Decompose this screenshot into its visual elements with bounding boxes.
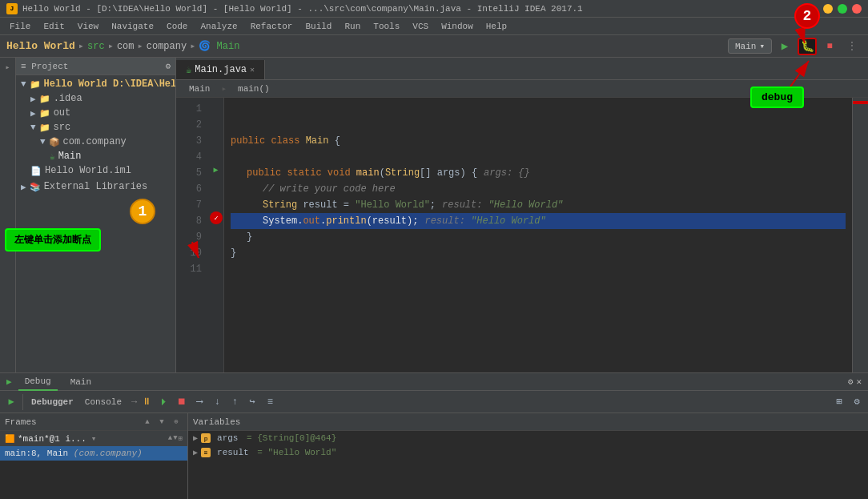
expand-icon: ▶ <box>30 94 36 104</box>
var-args[interactable]: ▶ p args = {String[0]@464} <box>188 431 868 445</box>
run-configuration[interactable]: Main ▾ <box>728 38 772 54</box>
main-tab[interactable]: Main <box>64 373 98 391</box>
run-to-cursor[interactable]: ↪ <box>244 394 260 410</box>
frames-up[interactable]: ▲ <box>141 416 154 429</box>
step-over2[interactable]: ⟶ <box>191 394 207 410</box>
run-button[interactable]: ▶ <box>775 38 794 55</box>
tree-item-main[interactable]: ☕ Main <box>18 149 174 163</box>
frame-main-label: main:8, Main (com.company) <box>5 449 143 458</box>
debug-button[interactable]: 🐛 <box>798 38 817 55</box>
maximize-button[interactable] <box>838 4 847 14</box>
error-indicator[interactable] <box>853 101 868 104</box>
frames-down[interactable]: ▼ <box>155 416 168 429</box>
menu-item-file[interactable]: File <box>3 20 37 33</box>
breakpoint-marker[interactable]: ✓ <box>210 211 223 224</box>
minimize-button[interactable] <box>823 4 833 14</box>
tree-item-ext-libs[interactable]: ▶ 📚 External Libraries <box>18 179 174 194</box>
variables-panel: Variables ▶ p args = {String[0]@464} ▶ ≡… <box>188 413 868 499</box>
tab-main-java[interactable]: ☕ Main.java ✕ <box>176 60 265 79</box>
step-out[interactable]: ↑ <box>227 394 243 410</box>
menu-item-refactor[interactable]: Refactor <box>244 20 299 33</box>
menu-item-analyze[interactable]: Analyze <box>194 20 243 33</box>
file-icon: 📄 <box>30 166 42 176</box>
expand-icon: ▼ <box>21 79 26 89</box>
java-tab-icon: ☕ <box>186 64 191 76</box>
more-run-options[interactable]: ⋮ <box>842 38 862 55</box>
stop-button[interactable]: ■ <box>820 38 839 55</box>
frame-label: *main*@1 i... <box>18 434 86 444</box>
frames-filter[interactable]: ⊕ <box>170 416 183 429</box>
expand-icon[interactable]: ▸ <box>2 61 14 74</box>
code-line-9: } <box>231 229 846 245</box>
debug-tab[interactable]: Debug <box>18 373 58 391</box>
gutter: ▶ ✓ <box>208 98 224 372</box>
code-line-7: String result = "Hello World"; result: "… <box>231 197 846 213</box>
console-tab[interactable]: Console <box>80 394 127 410</box>
tree-label: Hello World D:\IDEA\Hell <box>44 78 175 90</box>
frame-copy-btn[interactable]: ⊞ <box>179 434 183 443</box>
expand-icon: ▶ <box>21 182 26 192</box>
folder-icon: 📁 <box>39 123 50 133</box>
pause-btn[interactable]: ⏸ <box>139 394 155 410</box>
tree-label: External Libraries <box>44 181 148 192</box>
var-name-result: result <box>217 448 249 457</box>
step-over-btn[interactable]: ▶ <box>3 394 19 410</box>
frame-item-main[interactable]: main:8, Main (com.company) <box>0 446 187 461</box>
menu-item-edit[interactable]: Edit <box>37 20 70 33</box>
window-controls <box>823 4 862 14</box>
tree-item-out[interactable]: ▶ 📁 out <box>18 106 174 120</box>
var-result[interactable]: ▶ ≡ result = "Hello World" <box>188 445 868 460</box>
tab-close-button[interactable]: ✕ <box>250 65 255 74</box>
step-into[interactable]: ↓ <box>209 394 225 410</box>
debug-settings-icon[interactable]: ⚙ <box>848 376 854 387</box>
frame-dropdown[interactable]: ▾ <box>91 433 97 444</box>
code-editor[interactable]: 1 2 3 4 5 6 7 8 9 10 11 <box>176 98 868 372</box>
project-settings-icon[interactable]: ⚙ <box>165 61 171 71</box>
frames-list: 🟧 *main*@1 i... ▾ ▲ ▼ ⊞ main:8, Main (co… <box>0 431 187 499</box>
expand-icon: ▼ <box>40 137 46 147</box>
close-button[interactable] <box>852 4 862 14</box>
debug-settings2[interactable]: ⚙ <box>849 394 865 410</box>
tree-item-idea[interactable]: ▶ 📁 .idea <box>18 91 174 106</box>
menu-item-vcs[interactable]: VCS <box>406 20 435 33</box>
tree-item-iml[interactable]: 📄 Hello World.iml <box>18 163 174 178</box>
menu-item-view[interactable]: View <box>71 20 105 33</box>
breadcrumb-main: Main <box>183 83 216 95</box>
frame-up-btn[interactable]: ▲ <box>168 434 172 443</box>
bc-src: src <box>87 41 105 52</box>
frame-icon: 🟧 <box>5 434 14 444</box>
evaluate[interactable]: ≡ <box>262 394 278 410</box>
frame-item[interactable]: 🟧 *main*@1 i... ▾ ▲ ▼ ⊞ <box>0 431 187 446</box>
menu-item-help[interactable]: Help <box>480 20 513 33</box>
breadcrumb: ▸ src ▸ com ▸ company ▸ 🌀 Main <box>78 40 240 52</box>
tab-name: Main.java <box>195 64 247 75</box>
frame-down-btn[interactable]: ▼ <box>173 434 177 443</box>
project-tree: ▼ 📁 Hello World D:\IDEA\Hell ▶ 📁 .idea ▶… <box>16 75 175 372</box>
menu-item-window[interactable]: Window <box>435 20 480 33</box>
app-icon: J <box>6 3 18 14</box>
tree-label: com.company <box>63 136 127 147</box>
run-indicator-5: ▶ <box>213 165 218 175</box>
line-numbers: 1 2 3 4 5 6 7 8 9 10 11 <box>176 98 208 372</box>
stop-btn[interactable]: ⏹ <box>174 394 190 410</box>
tree-label: .idea <box>54 93 82 104</box>
menu-item-build[interactable]: Build <box>299 20 338 33</box>
tree-item-com-company[interactable]: ▼ 📦 com.company <box>18 135 174 149</box>
run-config-name: Main <box>735 42 756 51</box>
menu-item-tools[interactable]: Tools <box>367 20 406 33</box>
project-panel-header: ≡ Project ⚙ <box>16 58 175 75</box>
tree-item-src[interactable]: ▼ 📁 src <box>18 120 174 135</box>
menu-item-run[interactable]: Run <box>338 20 367 33</box>
restore-layout[interactable]: ⊞ <box>831 394 847 410</box>
menu-item-navigate[interactable]: Navigate <box>105 20 160 33</box>
code-content[interactable]: public class Main { public static void m… <box>224 98 852 372</box>
menu-item-code[interactable]: Code <box>160 20 194 33</box>
tree-item-hello-world[interactable]: ▼ 📁 Hello World D:\IDEA\Hell <box>18 77 174 91</box>
code-line-3: public class Main { <box>231 133 846 149</box>
resume-btn[interactable]: ⏵ <box>156 394 172 410</box>
debug-header: ▶ Debug Main ⚙ ✕ <box>0 373 868 391</box>
debug-close-icon[interactable]: ✕ <box>856 376 862 387</box>
debug-panel: ▶ Debug Main ⚙ ✕ ▶ Debugger Console → ⏸ … <box>0 372 868 499</box>
debugger-tab[interactable]: Debugger <box>26 394 78 410</box>
package-icon: 📦 <box>49 137 60 147</box>
